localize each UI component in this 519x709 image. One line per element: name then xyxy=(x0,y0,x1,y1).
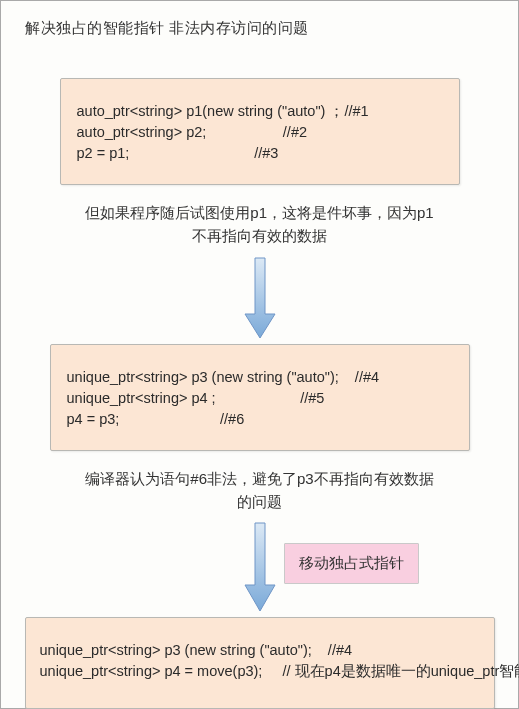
diagram-canvas: 解决独占的智能指针 非法内存访问的问题 auto_ptr<string> p1(… xyxy=(0,0,519,709)
arrow-down-icon xyxy=(243,521,277,613)
arrow-1-wrap xyxy=(15,256,504,340)
caption-1: 但如果程序随后试图使用p1，这将是件坏事，因为p1不再指向有效的数据 xyxy=(80,201,440,248)
callout-label: 移动独占式指针 xyxy=(284,543,419,584)
caption-2: 编译器认为语句#6非法，避免了p3不再指向有效数据的问题 xyxy=(80,467,440,514)
diagram-title: 解决独占的智能指针 非法内存访问的问题 xyxy=(25,19,309,38)
arrow-2-wrap: 移动独占式指针 xyxy=(15,521,504,613)
code-block-3: unique_ptr<string> p3 (new string ("auto… xyxy=(25,617,495,709)
code-block-1: auto_ptr<string> p1(new string ("auto") … xyxy=(60,78,460,185)
arrow-down-icon xyxy=(243,256,277,340)
code-block-2: unique_ptr<string> p3 (new string ("auto… xyxy=(50,344,470,451)
